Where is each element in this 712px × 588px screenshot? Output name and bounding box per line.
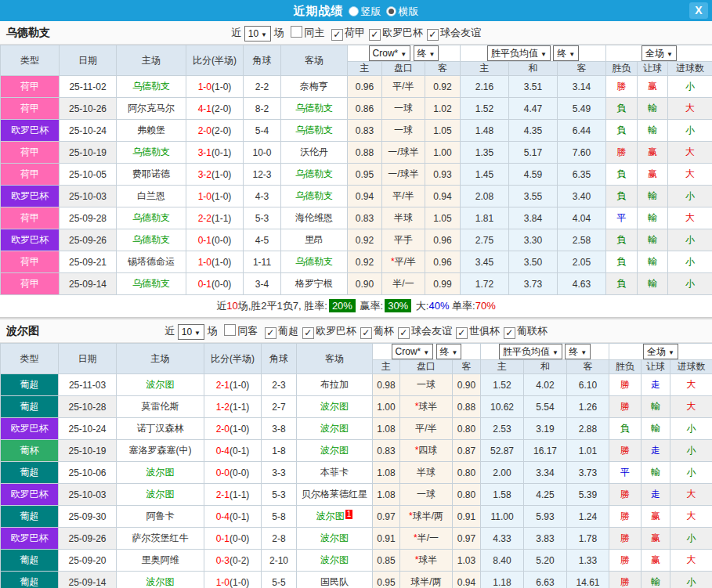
league-checkbox[interactable]: ✓ <box>456 327 468 339</box>
handicap-away-odds-cell: 0.88 <box>453 396 481 418</box>
table-row: 荷甲25-10-26阿尔克马尔4-1(2-0)8-2乌德勒支0.86一球1.02… <box>1 98 712 120</box>
handicap-home-odds-cell: 0.88 <box>348 142 382 164</box>
halftime-score: (0-1) <box>211 147 231 158</box>
handicap-away-odds-cell: 1.05 <box>425 120 461 142</box>
table-row: 葡杯25-10-19塞洛罗森塞(中)0-4(0-1)1-8波尔图0.83*四球0… <box>1 440 712 462</box>
fulltime-score: 4-1 <box>198 103 211 114</box>
handicap-home-odds-cell: 1.00 <box>373 396 400 418</box>
home-team-name: 弗赖堡 <box>137 124 165 135</box>
fulltime-score: 0-4 <box>216 511 230 522</box>
score-cell: 0-1(0-0) <box>186 273 244 295</box>
away-team-cell: 波尔图 <box>297 396 373 418</box>
avg-odds-select[interactable]: 胜平负均值▼ <box>499 344 562 359</box>
avg-away-odds-cell: 1.78 <box>567 528 609 550</box>
column-header: 角球 <box>262 344 297 374</box>
dropdown-arrow-icon: ▼ <box>540 51 547 58</box>
away-team-cell: 乌德勒支 <box>281 164 348 186</box>
goals-result-cell: 大 <box>668 164 712 186</box>
handicap-line-text: 球半 <box>418 401 437 412</box>
same-venue-checkbox[interactable] <box>224 324 236 336</box>
handicap-result-cell: 輸 <box>642 572 670 588</box>
summary-segment: 场,胜2平1负7, 胜率: <box>238 300 327 312</box>
handicap-away-odds-cell: 0.91 <box>453 506 481 528</box>
scope-select[interactable]: 全场▼ <box>642 45 677 61</box>
handicap-home-odds-cell: 0.86 <box>348 98 382 120</box>
handicap-result-cell: 輸 <box>638 98 668 120</box>
avg-away-odds-cell: 5.49 <box>558 98 606 120</box>
sub-column-header: 和 <box>509 62 558 76</box>
league-badge: 荷甲 <box>1 164 60 186</box>
handicap-line-cell: 一球 <box>400 374 453 396</box>
result-cell: 平 <box>609 462 642 484</box>
sub-column-header: 让球 <box>642 360 670 374</box>
filter-controls: 近 10▼ 场 同主 ✓荷甲✓欧罗巴杯✓球会友谊 <box>231 27 481 38</box>
goals-result-cell: 大 <box>670 484 712 506</box>
goals-result-cell: 大 <box>670 506 712 528</box>
league-checkbox[interactable]: ✓ <box>398 327 410 339</box>
odds-stage-select[interactable]: 终▼ <box>414 45 439 61</box>
league-checkbox[interactable]: ✓ <box>265 327 276 339</box>
league-checkbox[interactable]: ✓ <box>331 29 343 41</box>
handicap-away-odds-cell: 0.80 <box>453 418 481 440</box>
avg-draw-odds-cell: 4.25 <box>524 484 567 506</box>
handicap-result-cell: 赢 <box>638 164 668 186</box>
avg-draw-odds-cell: 3.30 <box>509 229 558 251</box>
halftime-score: (1-0) <box>230 577 249 588</box>
table-row: 葡超25-09-30阿鲁卡0-4(0-1)5-8波尔图10.97*球半/两0.9… <box>1 506 712 528</box>
away-team-cell: 贝尔格莱德红星 <box>297 484 373 506</box>
avg-stage-select[interactable]: 终▼ <box>565 344 591 359</box>
match-count-select[interactable]: 10▼ <box>244 26 271 41</box>
fulltime-score: 0-1 <box>216 533 230 544</box>
league-badge: 荷甲 <box>1 251 60 273</box>
goals-result-cell: 大 <box>668 142 712 164</box>
vertical-layout-radio[interactable] <box>349 6 359 16</box>
league-checkbox[interactable]: ✓ <box>427 29 439 41</box>
league-checkbox[interactable]: ✓ <box>504 327 515 339</box>
avg-home-odds-cell: 1.81 <box>461 207 509 229</box>
league-checkbox[interactable]: ✓ <box>360 327 372 339</box>
fulltime-score: 2-0 <box>216 424 230 435</box>
home-team-cell: 乌德勒支 <box>117 229 186 251</box>
handicap-home-odds-cell: 0.92 <box>348 229 382 251</box>
home-team-name: 乌德勒支 <box>132 212 170 223</box>
avg-away-odds-cell: 3.14 <box>558 76 606 98</box>
handicap-result-cell: 走 <box>642 440 670 462</box>
odds-company-select[interactable]: Crow*▼ <box>392 344 434 359</box>
handicap-result-cell: 輸 <box>642 462 670 484</box>
avg-away-odds-cell: 4.63 <box>558 273 606 295</box>
handicap-away-odds-cell: 0.96 <box>425 229 461 251</box>
date-cell: 25-10-03 <box>59 484 117 506</box>
corner-cell: 2-8 <box>262 528 297 550</box>
close-button[interactable]: X <box>689 2 708 19</box>
home-team-cell: 白兰恩 <box>117 186 186 207</box>
odds-company-select[interactable]: Crow*▼ <box>369 45 411 61</box>
home-team-cell: 塞洛罗森塞(中) <box>117 440 204 462</box>
league-checkbox[interactable]: ✓ <box>369 29 381 41</box>
handicap-result-cell: 輸 <box>638 186 668 207</box>
fulltime-score: 1-0 <box>198 81 211 92</box>
corner-cell: 2-7 <box>262 396 297 418</box>
handicap-away-odds-cell: 0.80 <box>453 462 481 484</box>
team-name: 波尔图 <box>6 319 39 342</box>
avg-draw-odds-cell: 3.50 <box>509 251 558 273</box>
horizontal-layout-radio[interactable] <box>386 6 396 16</box>
match-count-select[interactable]: 10▼ <box>178 324 204 340</box>
handicap-away-odds-cell: 0.97 <box>453 528 481 550</box>
away-team-name: 海伦维恩 <box>295 212 333 223</box>
avg-odds-select[interactable]: 胜平负均值▼ <box>487 45 551 61</box>
scope-select[interactable]: 全场▼ <box>643 344 678 359</box>
date-cell: 25-09-21 <box>60 251 117 273</box>
corner-cell: 1-11 <box>244 251 281 273</box>
handicap-home-odds-cell: 0.90 <box>348 273 382 295</box>
handicap-result-cell: 輸 <box>638 229 668 251</box>
home-team-name: 阿鲁卡 <box>146 510 175 521</box>
same-venue-checkbox[interactable] <box>291 26 302 38</box>
dropdown-arrow-icon: ▼ <box>452 349 458 356</box>
fulltime-score: 3-2 <box>198 169 211 180</box>
league-checkbox[interactable]: ✓ <box>302 327 314 339</box>
away-team-cell: 沃伦丹 <box>281 142 348 164</box>
avg-stage-select[interactable]: 终▼ <box>553 45 579 61</box>
home-team-cell: 阿尔克马尔 <box>117 98 186 120</box>
date-cell: 25-10-28 <box>59 396 117 418</box>
odds-stage-select[interactable]: 终▼ <box>436 344 462 359</box>
